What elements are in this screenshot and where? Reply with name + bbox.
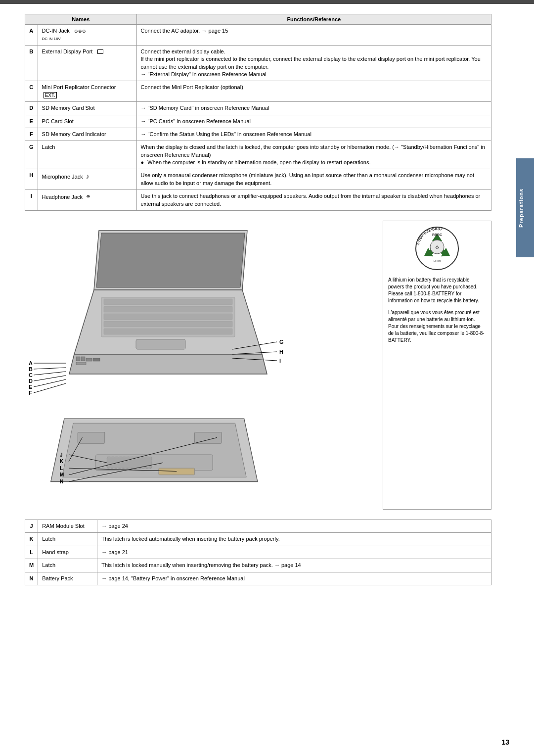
row-name-n: Battery Pack (38, 572, 97, 585)
row-function-f: → "Confirm the Status Using the LEDs" in… (136, 128, 491, 141)
label-c: C (29, 372, 33, 378)
table-row: L Hand strap → page 21 (25, 546, 491, 559)
row-name-l: Hand strap (38, 546, 97, 559)
row-name-j: RAM Module Slot (38, 520, 97, 533)
recycle-logo: RBRC Li-ion 1·800·822·8837 ♻ (388, 226, 486, 273)
row-label-a: A (25, 25, 38, 46)
table-row: E PC Card Slot → "PC Cards" in onscreen … (25, 115, 491, 128)
label-a: A (29, 360, 33, 366)
table-row: B External Display Port Connect the exte… (25, 45, 491, 81)
svg-rect-7 (104, 321, 232, 327)
row-name-a: DC-IN Jack ⊙⊕⊙DC IN 16V (38, 25, 136, 46)
row-label-m: M (25, 559, 38, 572)
row-function-h: Use only a monaural condenser microphone… (136, 169, 491, 190)
row-name-g: Latch (38, 141, 136, 169)
laptop-bottom-svg: J K L M N (25, 410, 302, 509)
svg-text:RBRC: RBRC (432, 233, 442, 236)
row-function-d: → "SD Memory Card" in onscreen Reference… (136, 102, 491, 115)
row-function-e: → "PC Cards" in onscreen Reference Manua… (136, 115, 491, 128)
svg-rect-12 (81, 357, 85, 361)
svg-line-18 (34, 372, 66, 375)
row-function-a: Connect the AC adaptor. → page 15 (136, 25, 491, 46)
recycle-box: RBRC Li-ion 1·800·822·8837 ♻ A (383, 221, 491, 510)
col-header-functions: Functions/Reference (136, 14, 491, 25)
row-name-k: Latch (38, 533, 97, 546)
page-number: 13 (501, 738, 509, 746)
row-label-j: J (25, 520, 38, 533)
svg-rect-31 (159, 468, 195, 475)
table-row: F SD Memory Card Indicator → "Confirm th… (25, 128, 491, 141)
row-name-f: SD Memory Card Indicator (38, 128, 136, 141)
svg-marker-10 (69, 354, 267, 374)
label-l: L (60, 466, 63, 471)
top-bar (0, 0, 534, 4)
tab-label: Preparations (518, 188, 524, 227)
svg-rect-6 (104, 314, 232, 320)
row-label-e: E (25, 115, 38, 128)
svg-marker-1 (96, 233, 245, 287)
table-row: G Latch When the display is closed and t… (25, 141, 491, 169)
page-container: Preparations Names Functions/Reference A… (0, 0, 534, 756)
svg-text:♻: ♻ (435, 245, 439, 250)
table-row: C Mini Port Replicator Connector EXT. Co… (25, 81, 491, 102)
row-label-b: B (25, 45, 38, 81)
label-m: M (60, 472, 64, 477)
row-function-b: Connect the external display cable. If t… (136, 45, 491, 81)
row-function-n: → page 14, "Battery Power" in onscreen R… (97, 572, 491, 585)
row-name-i: Headphone Jack ⚭ (38, 190, 136, 211)
recycle-svg: RBRC Li-ion 1·800·822·8837 ♻ (415, 226, 459, 271)
row-function-j: → page 24 (97, 520, 491, 533)
laptop-svg: A B C D E F (25, 221, 302, 419)
label-j: J (60, 452, 63, 458)
svg-rect-11 (76, 357, 80, 361)
table-row: A DC-IN Jack ⊙⊕⊙DC IN 16V Connect the AC… (25, 25, 491, 46)
row-function-k: This latch is locked automatically when … (97, 533, 491, 546)
row-label-f: F (25, 128, 38, 141)
svg-line-21 (34, 383, 66, 393)
svg-rect-5 (104, 306, 232, 312)
diagram-section: A B C D E F (25, 221, 491, 510)
row-name-e: PC Card Slot (38, 115, 136, 128)
row-function-g: When the display is closed and the latch… (136, 141, 491, 169)
table-row: I Headphone Jack ⚭ Use this jack to conn… (25, 190, 491, 211)
row-label-n: N (25, 572, 38, 585)
row-function-l: → page 21 (97, 546, 491, 559)
laptop-diagram: A B C D E F (25, 221, 373, 510)
svg-rect-13 (86, 358, 92, 361)
table-row: D SD Memory Card Slot → "SD Memory Card"… (25, 102, 491, 115)
display-port-icon (97, 49, 103, 54)
recycle-text-english: A lithium ion battery that is recyclable… (388, 277, 486, 304)
col-header-names: Names (25, 14, 137, 25)
label-e: E (29, 384, 32, 390)
table-row: J RAM Module Slot → page 24 (25, 520, 491, 533)
label-b: B (29, 366, 33, 372)
svg-rect-15 (76, 362, 86, 365)
label-h: H (279, 349, 283, 355)
row-function-i: Use this jack to connect headphones or a… (136, 190, 491, 211)
recycle-text-french: L'appareil que vous vous êtes procuré es… (388, 309, 486, 344)
svg-rect-28 (195, 432, 222, 443)
row-label-h: H (25, 169, 38, 190)
label-k: K (60, 459, 64, 464)
row-label-c: C (25, 81, 38, 102)
table-row: N Battery Pack → page 14, "Battery Power… (25, 572, 491, 585)
svg-line-19 (34, 376, 66, 381)
row-label-i: I (25, 190, 38, 211)
row-name-d: SD Memory Card Slot (38, 102, 136, 115)
row-function-c: Connect the Mini Port Replicator (option… (136, 81, 491, 102)
svg-rect-4 (104, 299, 232, 305)
preparations-tab: Preparations (516, 158, 534, 257)
main-table: Names Functions/Reference A DC-IN Jack ⊙… (25, 14, 491, 211)
label-i: I (279, 358, 281, 364)
row-label-k: K (25, 533, 38, 546)
label-d: D (29, 378, 33, 384)
table-row: K Latch This latch is locked automatical… (25, 533, 491, 546)
main-content: Names Functions/Reference A DC-IN Jack ⊙… (0, 4, 516, 595)
dc-icon: ⊙⊕⊙DC IN 16V (42, 29, 86, 41)
label-f: F (29, 390, 32, 396)
row-label-g: G (25, 141, 38, 169)
label-n: N (60, 479, 63, 484)
row-name-b: External Display Port (38, 45, 136, 81)
row-label-d: D (25, 102, 38, 115)
svg-rect-9 (136, 339, 185, 349)
